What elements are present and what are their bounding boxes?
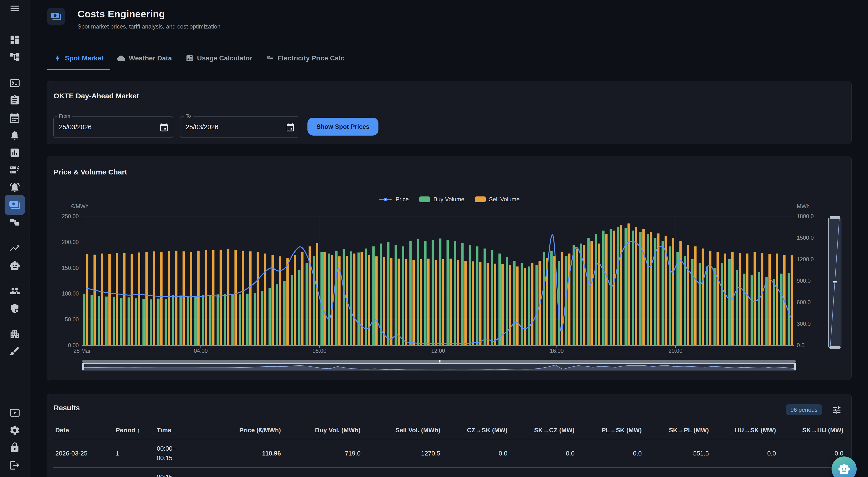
bar-sell-volume[interactable] [672,238,674,345]
bar-buy-volume[interactable] [283,281,286,345]
price-volume-plot[interactable] [82,216,794,348]
column-header[interactable]: SK→PL (MW) [644,423,711,439]
column-header[interactable]: Buy Vol. (MWh) [283,423,363,439]
bar-buy-volume[interactable] [209,295,212,345]
column-header[interactable]: PL→SK (MW) [577,423,644,439]
bar-buy-volume[interactable] [491,250,493,345]
bar-buy-volume[interactable] [335,250,338,345]
bar-buy-volume[interactable] [521,263,523,345]
bar-buy-volume[interactable] [365,249,367,346]
navigator-handle-right[interactable] [794,363,796,370]
bar-buy-volume[interactable] [572,245,575,345]
bar-sell-volume[interactable] [279,257,281,345]
bar-buy-volume[interactable] [143,299,145,345]
bar-buy-volume[interactable] [713,268,716,345]
bar-buy-volume[interactable] [135,298,137,345]
bar-sell-volume[interactable] [197,250,200,345]
bar-buy-volume[interactable] [91,295,93,345]
bar-buy-volume[interactable] [358,252,360,345]
bar-buy-volume[interactable] [632,231,634,345]
bar-buy-volume[interactable] [224,294,226,345]
bar-buy-volume[interactable] [602,231,605,345]
chart-range-navigator[interactable] [82,363,796,370]
bar-sell-volume[interactable] [583,245,585,345]
bar-sell-volume[interactable] [457,260,459,345]
bar-buy-volume[interactable] [194,296,197,345]
bar-buy-volume[interactable] [387,242,390,345]
bar-buy-volume[interactable] [432,240,434,345]
bar-sell-volume[interactable] [791,256,793,345]
bar-buy-volume[interactable] [313,256,315,345]
bar-buy-volume[interactable] [706,267,709,345]
bar-buy-volume[interactable] [699,263,701,345]
bar-sell-volume[interactable] [412,260,415,345]
sidebar-item-costs-active[interactable] [5,195,25,215]
bar-sell-volume[interactable] [516,267,519,345]
bar-sell-volume[interactable] [220,249,222,345]
bar-sell-volume[interactable] [776,254,778,345]
bell-alert-icon[interactable] [9,182,20,193]
bar-buy-volume[interactable] [543,252,545,345]
legend-item[interactable]: Sell Volume [475,196,520,203]
bar-buy-volume[interactable] [677,252,679,345]
bar-sell-volume[interactable] [93,255,96,345]
chart-scrollbar[interactable] [82,360,796,363]
bar-sell-volume[interactable] [323,252,326,345]
bar-sell-volume[interactable] [108,254,111,345]
scrollbar-handle[interactable] [439,360,441,362]
column-header[interactable]: Sell Vol. (MWh) [363,423,442,439]
bar-buy-volume[interactable] [320,252,323,345]
bar-sell-volume[interactable] [464,261,467,345]
bar-buy-volume[interactable] [83,294,86,345]
bar-sell-volume[interactable] [153,251,155,345]
bar-sell-volume[interactable] [205,250,207,345]
chart-vertical-zoom-slider[interactable] [828,216,841,349]
bar-buy-volume[interactable] [350,251,352,345]
bar-sell-volume[interactable] [702,249,704,346]
calendar-icon[interactable] [9,112,20,123]
bar-sell-volume[interactable] [635,227,638,346]
bar-sell-volume[interactable] [450,259,452,345]
bar-buy-volume[interactable] [461,243,464,345]
bar-buy-volume[interactable] [535,265,538,345]
bar-sell-volume[interactable] [576,249,578,346]
bar-buy-volume[interactable] [439,239,441,345]
tab-weather-data[interactable]: Weather Data [111,47,179,69]
bar-sell-volume[interactable] [101,254,103,345]
bar-buy-volume[interactable] [528,267,531,345]
bar-buy-volume[interactable] [261,291,264,345]
bar-sell-volume[interactable] [553,256,556,345]
bar-buy-volume[interactable] [691,259,694,345]
calendar-picker-icon[interactable] [160,123,168,132]
bar-buy-volume[interactable] [647,234,649,345]
column-header[interactable]: Time [155,423,203,439]
bar-buy-volume[interactable] [276,285,278,345]
bar-sell-volume[interactable] [405,259,407,345]
bar-buy-volume[interactable] [409,241,412,345]
bar-sell-volume[interactable] [286,258,289,345]
bar-sell-volume[interactable] [116,253,118,345]
legend-item[interactable]: Buy Volume [419,196,464,203]
bar-sell-volume[interactable] [605,234,608,345]
bar-sell-volume[interactable] [746,254,749,345]
shield-euro-icon[interactable] [9,303,20,314]
bar-sell-volume[interactable] [249,251,252,345]
bar-sell-volume[interactable] [650,232,652,345]
bar-buy-volume[interactable] [617,227,619,346]
bar-buy-volume[interactable] [372,246,375,345]
bar-sell-volume[interactable] [86,254,89,345]
bar-buy-volume[interactable] [743,273,746,345]
bar-sell-volume[interactable] [620,225,623,345]
bar-buy-volume[interactable] [721,263,723,345]
show-spot-prices-button[interactable]: Show Spot Prices [307,118,378,136]
schema-icon[interactable] [9,217,20,228]
bar-sell-volume[interactable] [175,250,178,345]
bar-buy-volume[interactable] [728,259,731,345]
bar-buy-volume[interactable] [758,272,760,345]
to-date-field[interactable]: To 25/03/2026 [180,117,299,138]
bar-buy-volume[interactable] [157,299,160,345]
bar-buy-volume[interactable] [150,299,152,345]
bar-sell-volume[interactable] [138,252,140,345]
logout-icon[interactable] [9,460,20,471]
bar-buy-volume[interactable] [424,241,427,345]
